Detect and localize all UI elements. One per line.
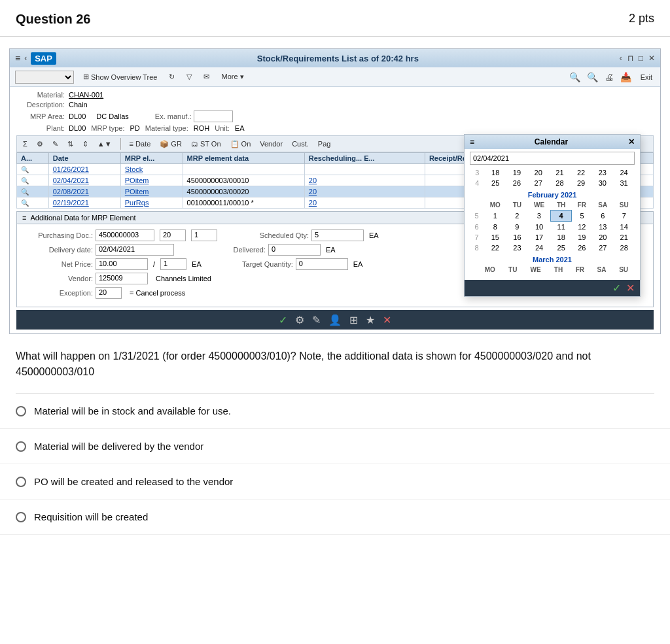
cal-day[interactable]: 24 bbox=[613, 167, 635, 178]
col-date[interactable]: Date bbox=[48, 153, 120, 164]
refresh-btn[interactable]: ↻ bbox=[166, 71, 177, 82]
cal-day[interactable]: 29 bbox=[571, 178, 592, 188]
confirm-icon[interactable]: ✓ bbox=[279, 314, 287, 326]
edit-btn[interactable]: ✎ bbox=[50, 139, 60, 149]
radio-c[interactable] bbox=[16, 477, 26, 487]
radio-d[interactable] bbox=[16, 512, 26, 522]
cal-day[interactable]: 10 bbox=[527, 222, 551, 233]
user-icon[interactable]: 👤 bbox=[328, 314, 342, 326]
cal-day[interactable]: 18 bbox=[551, 232, 572, 243]
row-rescheduling[interactable]: 20 bbox=[304, 175, 425, 186]
calendar-close[interactable]: ✕ bbox=[628, 137, 635, 146]
cal-day[interactable]: 30 bbox=[592, 178, 614, 188]
net-price-input[interactable]: 10.00 bbox=[96, 258, 148, 270]
cal-day[interactable]: 8 bbox=[484, 222, 507, 233]
back-button[interactable]: ‹ bbox=[24, 54, 27, 63]
page-btn[interactable]: Pag bbox=[316, 139, 333, 148]
cal-day[interactable]: 12 bbox=[571, 222, 592, 233]
more-btn[interactable]: More ▾ bbox=[219, 71, 246, 82]
cal-day[interactable]: 27 bbox=[527, 178, 549, 188]
move-btn[interactable]: ⇕ bbox=[80, 139, 90, 149]
download-icon[interactable]: 📥 bbox=[620, 72, 631, 82]
cal-day[interactable]: 25 bbox=[551, 243, 572, 253]
cal-day[interactable]: 24 bbox=[527, 243, 551, 253]
sort-btn[interactable]: ⇅ bbox=[65, 139, 75, 149]
col-mrp-data[interactable]: MRP element data bbox=[183, 153, 304, 164]
cal-day[interactable]: 20 bbox=[592, 232, 613, 243]
cal-day[interactable]: 11 bbox=[551, 222, 572, 233]
hamburger-icon[interactable]: ≡ bbox=[15, 53, 20, 63]
cal-day[interactable]: 26 bbox=[571, 243, 592, 253]
ex-manuf-input[interactable] bbox=[194, 110, 233, 122]
cal-day[interactable]: 19 bbox=[506, 167, 528, 178]
cal-day[interactable]: 7 bbox=[613, 211, 635, 222]
cal-day[interactable]: 16 bbox=[507, 232, 528, 243]
cal-day[interactable]: 15 bbox=[484, 232, 507, 243]
purchasing-doc-item[interactable]: 20 bbox=[160, 229, 186, 241]
cal-confirm-btn[interactable]: ✓ bbox=[612, 282, 621, 294]
cal-day[interactable]: 1 bbox=[484, 211, 507, 222]
date-btn[interactable]: ≡ Date bbox=[128, 139, 153, 148]
star-icon[interactable]: ★ bbox=[366, 314, 375, 326]
exit-btn[interactable]: Exit bbox=[638, 72, 655, 82]
cal-day[interactable]: 20 bbox=[527, 167, 549, 178]
answer-option-d[interactable]: Requisition will be created bbox=[0, 500, 670, 535]
tools-icon[interactable]: ⚙ bbox=[295, 314, 304, 326]
settings-btn[interactable]: ⚙ bbox=[35, 139, 45, 149]
target-qty-input[interactable]: 0 bbox=[296, 258, 348, 270]
cal-day[interactable]: 14 bbox=[613, 222, 635, 233]
cal-day[interactable]: 25 bbox=[485, 178, 506, 188]
close-btn-icon[interactable]: ✕ bbox=[383, 314, 391, 326]
cal-day[interactable]: 18 bbox=[485, 167, 506, 178]
cal-day[interactable]: 26 bbox=[506, 178, 528, 188]
purchasing-doc-sub[interactable]: 1 bbox=[191, 229, 217, 241]
delivery-date-input[interactable]: 02/04/2021 bbox=[96, 244, 174, 256]
close-icon[interactable]: ✕ bbox=[648, 54, 655, 63]
cust-btn[interactable]: Cust. bbox=[290, 139, 311, 148]
maximize-icon[interactable]: □ bbox=[639, 54, 643, 63]
show-overview-tree-btn[interactable]: ⊞ Show Overview Tree bbox=[80, 71, 160, 82]
help-icon[interactable]: 🔍 bbox=[587, 72, 598, 82]
radio-a[interactable] bbox=[16, 406, 26, 416]
cal-day[interactable]: 22 bbox=[571, 167, 592, 178]
answer-option-a[interactable]: Material will be in stock and available … bbox=[0, 394, 670, 429]
cal-day-today[interactable]: 4 bbox=[551, 211, 572, 222]
cal-day[interactable]: 3 bbox=[527, 211, 551, 222]
calendar-date-input[interactable] bbox=[470, 152, 635, 165]
order-btn[interactable]: ▲▼ bbox=[96, 139, 114, 148]
vendor-input[interactable]: 125009 bbox=[96, 273, 148, 284]
delivered-input[interactable]: 0 bbox=[268, 244, 321, 256]
cal-day[interactable]: 5 bbox=[571, 211, 592, 222]
search-icon[interactable]: 🔍 bbox=[569, 72, 580, 82]
gr-btn[interactable]: 📦 GR bbox=[158, 139, 184, 149]
exception-input[interactable]: 20 bbox=[96, 287, 122, 299]
net-price-per[interactable]: 1 bbox=[160, 258, 186, 270]
cal-day[interactable]: 21 bbox=[549, 167, 571, 178]
row-rescheduling[interactable]: 20 bbox=[304, 186, 425, 197]
cal-day[interactable]: 9 bbox=[507, 222, 528, 233]
cal-day[interactable]: 19 bbox=[571, 232, 592, 243]
cal-day[interactable]: 21 bbox=[613, 232, 635, 243]
vendor-btn[interactable]: Vendor bbox=[258, 139, 285, 148]
cal-day[interactable]: 28 bbox=[613, 243, 635, 253]
sum-btn[interactable]: Σ bbox=[21, 139, 29, 148]
on-btn[interactable]: 📋 On bbox=[228, 139, 253, 149]
col-rescheduling[interactable]: Rescheduling... E... bbox=[304, 153, 425, 164]
cal-day[interactable]: 6 bbox=[592, 211, 613, 222]
restore-icon[interactable]: ⊓ bbox=[627, 54, 633, 63]
cal-day[interactable]: 22 bbox=[484, 243, 507, 253]
grid-icon[interactable]: ⊞ bbox=[349, 314, 358, 326]
pencil-icon[interactable]: ✎ bbox=[312, 314, 321, 326]
cal-day[interactable]: 13 bbox=[592, 222, 613, 233]
minimize-icon[interactable]: ‹ bbox=[620, 54, 622, 63]
cal-cancel-btn[interactable]: ✕ bbox=[626, 282, 635, 294]
cal-day[interactable]: 2 bbox=[507, 211, 528, 222]
radio-b[interactable] bbox=[16, 441, 26, 452]
cal-day[interactable]: 31 bbox=[613, 178, 635, 188]
cal-day[interactable]: 23 bbox=[592, 167, 614, 178]
answer-option-b[interactable]: Material will be delivered by the vendor bbox=[0, 429, 670, 464]
cal-day[interactable]: 23 bbox=[507, 243, 528, 253]
row-rescheduling[interactable]: 20 bbox=[304, 197, 425, 209]
cal-day[interactable]: 28 bbox=[549, 178, 571, 188]
col-mrp-el[interactable]: MRP el... bbox=[120, 153, 183, 164]
